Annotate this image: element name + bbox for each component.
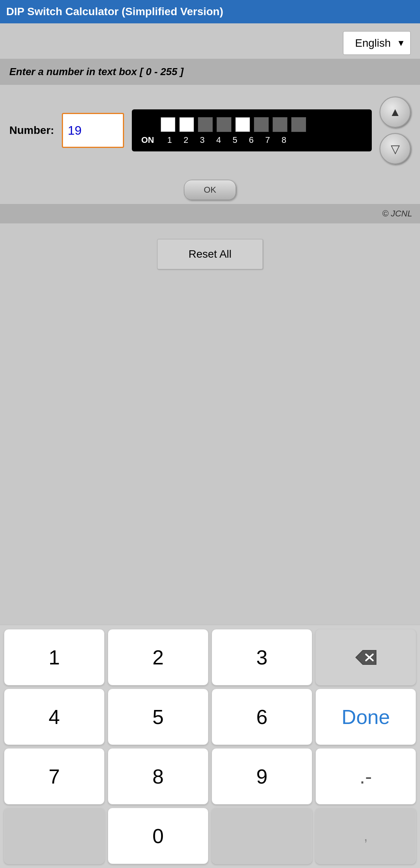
key-done[interactable]: Done [315,689,416,745]
language-wrapper[interactable]: English日本語 [343,31,411,55]
key-8[interactable]: 8 [108,748,208,805]
language-select[interactable]: English日本語 [343,31,411,55]
dip-switches-bottom-row: ON12345678 [141,135,292,145]
key-decimal[interactable]: .- [315,748,416,805]
dip-switch-2[interactable] [179,117,194,132]
reset-button[interactable]: Reset All [157,239,263,269]
dip-switches-top-row [141,117,308,132]
key-5[interactable]: 5 [108,689,208,745]
dip-label-7: 7 [259,135,276,145]
instruction-bar: Enter a number in text box [ 0 - 255 ] [0,59,420,85]
key-6[interactable]: 6 [212,689,312,745]
instruction-text: Enter a number in text box [ 0 - 255 ] [9,66,184,77]
key-comma: , [315,808,416,864]
key-3[interactable]: 3 [212,629,312,685]
dip-label-5: 5 [227,135,243,145]
dip-label-4: 4 [210,135,227,145]
dip-label-6: 6 [243,135,259,145]
key-empty-left [4,808,105,864]
controls-area: Number: ON12345678 ▲ ▽ [0,89,420,172]
dip-label-2: 2 [178,135,194,145]
key-backspace[interactable] [315,629,416,685]
number-input[interactable] [62,113,124,148]
dip-switch-6[interactable] [254,117,269,132]
dip-label-8: 8 [276,135,292,145]
arrows-area: ▲ ▽ [380,97,411,164]
spacer [0,285,420,625]
dip-on-label: ON [141,135,161,145]
dip-label-3: 3 [194,135,210,145]
down-arrow-button[interactable]: ▽ [380,133,411,164]
app-title: DIP Switch Calculator (Simplified Versio… [6,5,223,18]
copyright-text: © JCNL [382,209,412,218]
key-empty-right [212,808,312,864]
key-4[interactable]: 4 [4,689,105,745]
keyboard: 1 2 3 4 5 6 Done 7 8 9 .- 0 , [0,625,420,868]
dip-switch-4[interactable] [217,117,231,132]
dip-label-1: 1 [161,135,178,145]
dip-switch-3[interactable] [198,117,213,132]
key-1[interactable]: 1 [4,629,105,685]
top-section: English日本語 [0,23,420,59]
reset-area: Reset All [0,239,420,269]
number-label: Number: [9,124,54,137]
title-bar: DIP Switch Calculator (Simplified Versio… [0,0,420,23]
key-0[interactable]: 0 [108,808,208,864]
key-9[interactable]: 9 [212,748,312,805]
ok-button[interactable]: OK [184,180,236,200]
up-arrow-button[interactable]: ▲ [380,97,411,128]
ok-area: OK [0,180,420,200]
key-7[interactable]: 7 [4,748,105,805]
key-2[interactable]: 2 [108,629,208,685]
dip-switch-1[interactable] [161,117,175,132]
copyright-bar: © JCNL [0,204,420,223]
dip-display: ON12345678 [132,109,372,151]
dip-switch-5[interactable] [235,117,250,132]
backspace-icon [354,649,378,666]
dip-switch-7[interactable] [273,117,287,132]
dip-switch-8[interactable] [291,117,306,132]
